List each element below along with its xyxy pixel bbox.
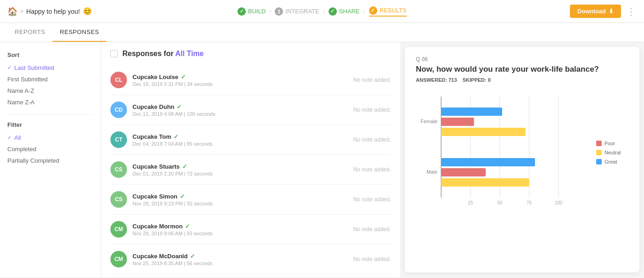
response-item[interactable]: CT Cupcake Tom ✓ Dec 04, 2019 7:04 AM | … <box>110 125 391 155</box>
sidebar-item-all[interactable]: ✓ All <box>7 132 93 143</box>
filter-partially-completed-label: Partially Completed <box>7 157 59 164</box>
completed-check-icon: ✓ <box>190 253 195 260</box>
avatar: CD <box>110 102 127 118</box>
responses-title-text: Responses for <box>122 50 173 57</box>
avatar: CM <box>110 221 127 238</box>
legend-color <box>596 159 602 165</box>
response-item[interactable]: CD Cupcake Duhn ✓ Dec 11, 2019 4:08 AM |… <box>110 95 391 125</box>
select-all-checkbox[interactable] <box>110 50 118 57</box>
response-name: Cupcake Tom ✓ <box>132 133 353 140</box>
response-meta: Nov 28, 2019 9:23 PM | 92 seconds <box>132 201 353 206</box>
step-results[interactable]: ✓ RESULTS <box>369 6 407 17</box>
legend-label: Great <box>604 159 617 165</box>
legend-item: Great <box>596 159 628 165</box>
response-item[interactable]: CS Cupcake Stuarts ✓ Dec 01, 2019 2:20 P… <box>110 155 391 185</box>
header: 🏠 > Happy to help you! 😊 ✓ BUILD › 2 INT… <box>0 0 644 23</box>
response-info: Cupcake McDoanld ✓ Nov 25, 2019 8:35 AM … <box>132 253 353 266</box>
nav-sep-3: › <box>363 8 365 15</box>
response-name: Cupcake Simon ✓ <box>132 193 353 200</box>
filter-completed-label: Completed <box>7 146 36 153</box>
response-meta: Dec 18, 2019 5:31 PM | 34 seconds <box>132 81 353 87</box>
response-meta: Nov 28, 2019 9:06 AM | 93 seconds <box>132 231 353 236</box>
download-label: Download <box>577 8 606 15</box>
response-item[interactable]: CB Cupcake Beatle ✓ Nov 23, 2019 11:51 A… <box>110 274 391 277</box>
response-note: No note added. <box>353 77 391 83</box>
tab-reports[interactable]: REPORTS <box>7 23 52 42</box>
response-name: Cupcake Mormon ✓ <box>132 223 353 230</box>
chart-stats: ANSWERED: 713 SKIPPED: 0 <box>416 77 628 83</box>
step-results-label: RESULTS <box>380 7 407 14</box>
svg-rect-11 <box>441 118 474 126</box>
legend-item: Poor <box>596 141 628 146</box>
content-area: Responses for All Time CL Cupcake Louise… <box>101 42 644 277</box>
sidebar-item-first-submitted[interactable]: First Submitted <box>7 74 93 85</box>
response-note: No note added. <box>353 226 391 233</box>
tab-responses[interactable]: RESPONSES <box>52 23 106 42</box>
answered-label: ANSWERED: <box>416 77 447 83</box>
main-content: Sort ✓ Last Submitted First Submitted Na… <box>0 42 644 277</box>
sort-name-za-label: Name Z-A <box>7 99 34 106</box>
completed-check-icon: ✓ <box>177 103 182 110</box>
svg-text:50: 50 <box>497 200 503 205</box>
step-share-icon: ✓ <box>328 7 337 16</box>
sidebar-item-completed[interactable]: Completed <box>7 143 93 155</box>
check-icon-all: ✓ <box>7 135 12 141</box>
step-nav: ✓ BUILD › 2 INTEGRATE › ✓ SHARE › ✓ RESU… <box>237 6 407 17</box>
responses-header: Responses for All Time <box>110 50 391 58</box>
completed-check-icon: ✓ <box>185 223 190 230</box>
nav-sep-1: › <box>270 8 271 15</box>
time-range-link[interactable]: All Time <box>175 50 204 57</box>
step-integrate-icon: 2 <box>275 7 283 16</box>
response-note: No note added. <box>353 196 391 203</box>
sidebar-item-partially-completed[interactable]: Partially Completed <box>7 155 93 166</box>
legend-item: Neutral <box>596 150 628 155</box>
filter-label: Filter <box>7 121 93 128</box>
response-name: Cupcake Stuarts ✓ <box>132 163 353 170</box>
download-icon: ⬇ <box>609 8 614 15</box>
response-info: Cupcake Duhn ✓ Dec 11, 2019 4:08 AM | 10… <box>132 103 353 117</box>
sidebar-item-last-submitted[interactable]: ✓ Last Submitted <box>7 62 93 74</box>
legend-label: Neutral <box>604 150 621 155</box>
breadcrumb-emoji: 😊 <box>83 7 92 16</box>
avatar: CS <box>110 191 127 208</box>
check-icon-last-submitted: ✓ <box>7 65 12 71</box>
responses-title: Responses for All Time <box>122 50 204 58</box>
sort-label: Sort <box>7 51 93 58</box>
skipped-label: SKIPPED: <box>463 77 487 83</box>
svg-rect-16 <box>441 178 529 187</box>
response-note: No note added. <box>353 107 391 113</box>
svg-text:25: 25 <box>468 200 473 205</box>
step-build[interactable]: ✓ BUILD <box>237 7 265 16</box>
step-results-icon: ✓ <box>369 6 377 15</box>
step-share[interactable]: ✓ SHARE <box>328 7 360 16</box>
sidebar-item-name-az[interactable]: Name A-Z <box>7 85 93 96</box>
step-build-icon: ✓ <box>237 7 246 16</box>
svg-rect-10 <box>441 108 502 116</box>
response-item[interactable]: CL Cupcake Louise ✓ Dec 18, 2019 5:31 PM… <box>110 65 391 95</box>
sort-name-az-label: Name A-Z <box>7 87 34 94</box>
response-item[interactable]: CM Cupcake McDoanld ✓ Nov 25, 2019 8:35 … <box>110 244 391 274</box>
completed-check-icon: ✓ <box>182 163 187 170</box>
legend-color <box>596 141 602 146</box>
step-build-label: BUILD <box>248 8 265 15</box>
breadcrumb-sep: > <box>20 8 23 15</box>
responses-list: Responses for All Time CL Cupcake Louise… <box>101 42 400 277</box>
chart-svg-wrap: 255075100FemaleMale <box>416 92 591 213</box>
response-name: Cupcake Louise ✓ <box>132 74 353 80</box>
svg-text:Female: Female <box>420 119 437 124</box>
sidebar-item-name-za[interactable]: Name Z-A <box>7 96 93 108</box>
response-item[interactable]: CS Cupcake Simon ✓ Nov 28, 2019 9:23 PM … <box>110 185 391 215</box>
svg-rect-15 <box>441 168 486 176</box>
more-icon[interactable]: ⋮ <box>627 6 637 17</box>
download-button[interactable]: Download ⬇ <box>570 5 621 18</box>
sidebar: Sort ✓ Last Submitted First Submitted Na… <box>0 42 101 277</box>
home-icon[interactable]: 🏠 <box>7 6 17 17</box>
response-name: Cupcake McDoanld ✓ <box>132 253 353 260</box>
avatar: CS <box>110 161 127 178</box>
response-note: No note added. <box>353 166 391 173</box>
response-item[interactable]: CM Cupcake Mormon ✓ Nov 28, 2019 9:06 AM… <box>110 215 391 244</box>
chart-panel: Q 06 Now, how would you rate your work-l… <box>405 47 639 272</box>
step-integrate[interactable]: 2 INTEGRATE <box>275 7 319 16</box>
svg-text:100: 100 <box>555 200 563 205</box>
response-info: Cupcake Tom ✓ Dec 04, 2019 7:04 AM | 85 … <box>132 133 353 147</box>
